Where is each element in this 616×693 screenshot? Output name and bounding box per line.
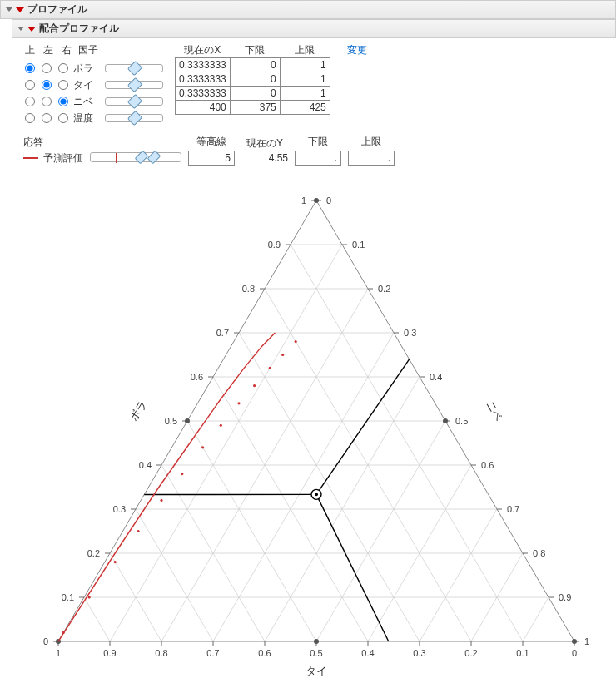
radio-left[interactable] xyxy=(42,113,52,123)
svg-line-7 xyxy=(239,333,420,641)
cell-upper[interactable]: 1 xyxy=(280,72,330,87)
svg-point-110 xyxy=(160,499,162,502)
table-row: 0.333333301 xyxy=(176,58,330,72)
svg-text:0.8: 0.8 xyxy=(533,548,545,558)
factor-controls: 上 左 右 因子 ボラタイニベ温度 現在のX 下限 上限 0.333333301… xyxy=(0,38,616,131)
radio-top[interactable] xyxy=(25,97,35,106)
factor-slider[interactable] xyxy=(105,64,163,72)
resp-lower-input[interactable]: . xyxy=(295,151,341,166)
svg-text:0.6: 0.6 xyxy=(481,460,494,470)
svg-point-111 xyxy=(181,473,183,475)
svg-text:0.5: 0.5 xyxy=(455,416,468,426)
cell-lower[interactable]: 0 xyxy=(230,87,280,101)
svg-point-112 xyxy=(201,446,204,448)
svg-line-104 xyxy=(316,494,389,641)
svg-text:0.1: 0.1 xyxy=(62,592,74,602)
cell-lower[interactable]: 375 xyxy=(230,101,280,115)
menu-triangle-icon[interactable] xyxy=(16,7,24,12)
contour-input[interactable]: 5 xyxy=(188,151,235,166)
mixture-profile-panel-header[interactable]: 配合プロファイル xyxy=(12,19,616,38)
radio-left[interactable] xyxy=(42,63,52,73)
currenty-value: 4.55 xyxy=(241,152,288,164)
svg-text:0.8: 0.8 xyxy=(155,648,167,658)
factor-name: 温度 xyxy=(73,111,102,126)
change-link[interactable]: 変更 xyxy=(347,43,367,57)
cell-lower[interactable]: 0 xyxy=(230,58,280,72)
response-slider[interactable] xyxy=(90,152,181,162)
svg-point-107 xyxy=(88,596,91,598)
profile-panel-header[interactable]: プロファイル xyxy=(0,0,616,19)
svg-text:0.3: 0.3 xyxy=(413,648,425,658)
factor-name: ニベ xyxy=(73,95,102,109)
svg-point-116 xyxy=(269,367,271,369)
radio-top[interactable] xyxy=(25,63,35,73)
svg-line-20 xyxy=(420,509,497,641)
factor-header-row: 上 左 右 因子 xyxy=(23,43,163,57)
svg-text:0: 0 xyxy=(43,636,48,646)
svg-text:0.9: 0.9 xyxy=(103,648,116,658)
factor-row: タイ xyxy=(23,77,163,93)
disclosure-icon[interactable] xyxy=(6,7,12,12)
radio-left[interactable] xyxy=(42,97,52,106)
col-top: 上 xyxy=(23,43,37,57)
cell-upper[interactable]: 1 xyxy=(280,58,330,72)
svg-text:0.6: 0.6 xyxy=(258,648,271,658)
th-lower: 下限 xyxy=(230,43,280,58)
svg-text:0.2: 0.2 xyxy=(87,548,100,558)
radio-right[interactable] xyxy=(58,97,68,106)
svg-text:ボラ: ボラ xyxy=(127,398,149,423)
svg-text:0.7: 0.7 xyxy=(507,504,519,514)
radio-right[interactable] xyxy=(58,80,68,90)
factor-slider[interactable] xyxy=(105,114,163,122)
svg-text:0.7: 0.7 xyxy=(206,648,219,658)
svg-text:0.3: 0.3 xyxy=(113,504,126,514)
cell-currentx[interactable]: 400 xyxy=(176,101,231,115)
svg-point-97 xyxy=(185,418,190,423)
svg-point-99 xyxy=(314,639,319,644)
radio-top[interactable] xyxy=(25,80,35,90)
svg-line-8 xyxy=(213,333,394,641)
svg-text:0.8: 0.8 xyxy=(242,284,255,294)
svg-text:0.9: 0.9 xyxy=(559,592,571,602)
response-name: 予測評価 xyxy=(43,151,83,166)
menu-triangle-icon[interactable] xyxy=(27,27,36,32)
svg-text:ニベ: ニベ xyxy=(484,398,505,423)
response-header: 応答 xyxy=(23,136,67,150)
cell-upper[interactable]: 1 xyxy=(280,87,330,101)
svg-point-108 xyxy=(114,561,117,563)
svg-point-120 xyxy=(315,493,318,496)
svg-text:0.5: 0.5 xyxy=(310,648,322,658)
svg-text:タイ: タイ xyxy=(306,665,327,677)
svg-point-96 xyxy=(572,639,577,644)
radio-right[interactable] xyxy=(58,113,68,123)
factor-slider[interactable] xyxy=(105,81,163,89)
cell-upper[interactable]: 425 xyxy=(280,101,330,115)
resp-upper-input[interactable]: . xyxy=(348,151,395,166)
radio-left[interactable] xyxy=(42,80,52,90)
factor-slider[interactable] xyxy=(105,97,163,106)
svg-point-118 xyxy=(295,340,297,343)
svg-text:0.6: 0.6 xyxy=(191,372,203,382)
svg-line-2 xyxy=(110,245,342,641)
response-row: 応答 予測評価 . 等高線 5 現在のY 4.55 下限 . 上限 . xyxy=(0,131,616,169)
factor-radio-column: 上 左 右 因子 ボラタイニベ温度 xyxy=(23,43,163,126)
disclosure-icon[interactable] xyxy=(17,27,24,31)
col-right: 右 xyxy=(60,43,73,57)
radio-top[interactable] xyxy=(25,113,35,123)
svg-point-114 xyxy=(237,402,240,404)
svg-line-14 xyxy=(316,421,445,641)
svg-text:1: 1 xyxy=(56,648,61,658)
svg-text:0.4: 0.4 xyxy=(361,648,374,658)
cell-lower[interactable]: 0 xyxy=(230,72,280,87)
factor-row: 温度 xyxy=(23,110,163,126)
radio-right[interactable] xyxy=(58,63,68,73)
cell-currentx[interactable]: 0.3333333 xyxy=(176,87,231,101)
table-row: 0.333333301 xyxy=(176,87,330,101)
svg-line-19 xyxy=(136,509,213,641)
svg-point-109 xyxy=(137,530,140,532)
cell-currentx[interactable]: 0.3333333 xyxy=(176,72,231,87)
svg-line-13 xyxy=(187,421,316,641)
svg-line-25 xyxy=(84,597,110,641)
profile-title: プロファイル xyxy=(27,2,87,17)
cell-currentx[interactable]: 0.3333333 xyxy=(176,58,231,72)
